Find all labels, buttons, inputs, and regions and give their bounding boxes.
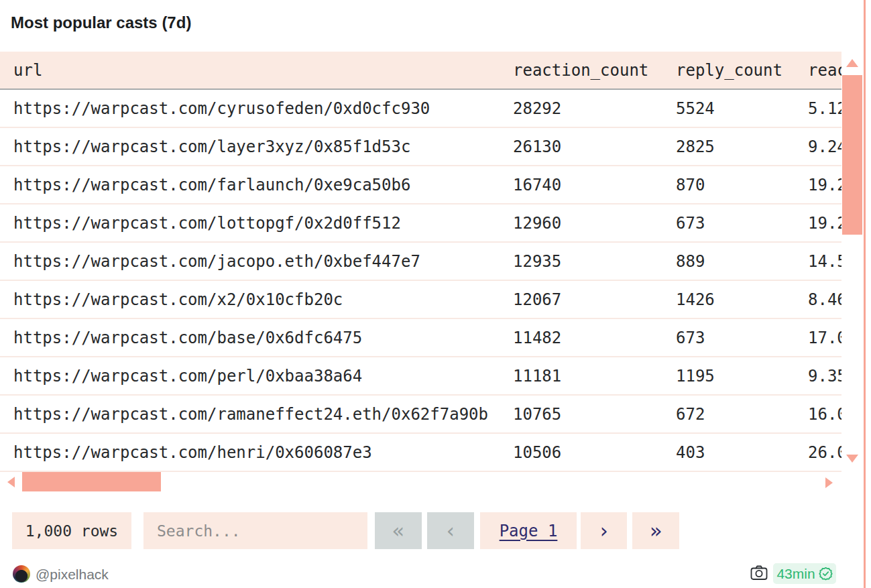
search-input[interactable] <box>143 512 367 549</box>
cell-ratio: 5.12 <box>808 99 841 118</box>
cell-url: https://warpcast.com/ramaneffect24.eth/0… <box>13 405 488 424</box>
table-row: https://warpcast.com/lottopgf/0x2d0ff512… <box>0 204 841 243</box>
data-table: url reaction_count reply_count reac http… <box>0 52 841 472</box>
cell-reaction-count: 12935 <box>513 252 561 271</box>
cell-reply-count: 673 <box>676 329 705 347</box>
table-row: https://warpcast.com/ramaneffect24.eth/0… <box>0 396 841 434</box>
cell-ratio: 19.2 <box>808 176 841 194</box>
chevron-right-icon: › <box>597 519 609 542</box>
column-header-ratio-clipped[interactable]: reac <box>808 61 841 80</box>
column-header-reaction-count[interactable]: reaction_count <box>513 61 648 80</box>
cell-url: https://warpcast.com/farlaunch/0xe9ca50b… <box>13 176 410 194</box>
cell-reaction-count: 16740 <box>513 176 561 194</box>
current-page-label: Page 1 <box>500 522 558 540</box>
runtime-label: 43min <box>776 566 815 582</box>
table-row: https://warpcast.com/jacopo.eth/0xbef447… <box>0 243 841 281</box>
cell-url: https://warpcast.com/perl/0xbaa38a64 <box>13 367 362 386</box>
cell-url: https://warpcast.com/henri/0x606087e3 <box>13 443 372 462</box>
row-count-badge: 1,000 rows <box>12 512 131 549</box>
username: @pixelhack <box>36 567 109 583</box>
camera-button[interactable] <box>750 565 768 581</box>
cell-url: https://warpcast.com/layer3xyz/0x85f1d53… <box>13 137 410 156</box>
cell-reaction-count: 10506 <box>513 443 561 462</box>
chevron-left-icon: ‹ <box>445 519 457 542</box>
cell-url: https://warpcast.com/cyrusofeden/0xd0cfc… <box>13 99 430 118</box>
cell-reaction-count: 10765 <box>513 405 561 424</box>
cell-ratio: 19.2 <box>808 214 841 233</box>
cell-ratio: 9.35 <box>808 367 841 386</box>
scroll-up-arrow-icon[interactable] <box>846 59 858 67</box>
scroll-down-arrow-icon[interactable] <box>846 455 858 463</box>
cell-ratio: 26.0 <box>808 443 841 462</box>
chevrons-right-icon: » <box>650 519 662 542</box>
cell-reaction-count: 11181 <box>513 367 561 386</box>
next-page-button[interactable]: › <box>581 512 627 549</box>
cell-reply-count: 673 <box>676 214 705 233</box>
table-row: https://warpcast.com/cyrusofeden/0xd0cfc… <box>0 90 841 128</box>
table-row: https://warpcast.com/farlaunch/0xe9ca50b… <box>0 166 841 204</box>
cell-reaction-count: 12960 <box>513 214 561 233</box>
table-row: https://warpcast.com/henri/0x606087e3 10… <box>0 434 841 472</box>
cell-reply-count: 5524 <box>676 99 715 118</box>
runtime-badge[interactable]: 43min <box>773 563 836 584</box>
current-page-button[interactable]: Page 1 <box>480 512 577 549</box>
table-row: https://warpcast.com/layer3xyz/0x85f1d53… <box>0 128 841 166</box>
widget-title: Most popular casts (7d) <box>11 13 191 32</box>
cell-reply-count: 2825 <box>676 137 715 156</box>
previous-page-button[interactable]: ‹ <box>427 512 474 549</box>
table-row: https://warpcast.com/base/0x6dfc6475 114… <box>0 319 841 357</box>
cell-ratio: 16.0 <box>808 405 841 424</box>
column-header-url[interactable]: url <box>13 61 42 80</box>
avatar <box>13 565 30 583</box>
cell-reaction-count: 12067 <box>513 290 561 309</box>
camera-icon <box>750 565 768 581</box>
last-page-button[interactable]: » <box>632 512 679 549</box>
cell-ratio: 14.5 <box>808 252 841 271</box>
first-page-button[interactable]: « <box>375 512 422 549</box>
cell-reply-count: 889 <box>676 252 705 271</box>
cell-reply-count: 672 <box>676 405 705 424</box>
horizontal-scrollbar-thumb[interactable] <box>22 472 161 491</box>
cell-url: https://warpcast.com/base/0x6dfc6475 <box>13 329 362 347</box>
cell-reaction-count: 26130 <box>513 137 561 156</box>
table-row: https://warpcast.com/x2/0x10cfb20c 12067… <box>0 281 841 319</box>
cell-url: https://warpcast.com/lottopgf/0x2d0ff512 <box>13 214 401 233</box>
verified-check-icon <box>819 567 833 581</box>
cell-reply-count: 403 <box>676 443 705 462</box>
column-header-reply-count[interactable]: reply_count <box>676 61 782 80</box>
chevrons-left-icon: « <box>392 519 404 542</box>
cell-reply-count: 1426 <box>676 290 715 309</box>
cell-url: https://warpcast.com/jacopo.eth/0xbef447… <box>13 252 420 271</box>
table-row: https://warpcast.com/perl/0xbaa38a64 111… <box>0 357 841 396</box>
vertical-scrollbar-thumb[interactable] <box>842 75 862 235</box>
table-header-row: url reaction_count reply_count reac <box>0 52 841 90</box>
cell-reaction-count: 28292 <box>513 99 561 118</box>
cell-reply-count: 870 <box>676 176 705 194</box>
cell-ratio: 9.24 <box>808 137 841 156</box>
cell-reply-count: 1195 <box>676 367 715 386</box>
cell-reaction-count: 11482 <box>513 329 561 347</box>
cell-accent-border <box>864 0 866 588</box>
cell-ratio: 17.0 <box>808 329 841 347</box>
cell-url: https://warpcast.com/x2/0x10cfb20c <box>13 290 343 309</box>
scroll-left-arrow-icon[interactable] <box>7 477 15 487</box>
cell-ratio: 8.46 <box>808 290 841 309</box>
scroll-right-arrow-icon[interactable] <box>825 477 833 488</box>
